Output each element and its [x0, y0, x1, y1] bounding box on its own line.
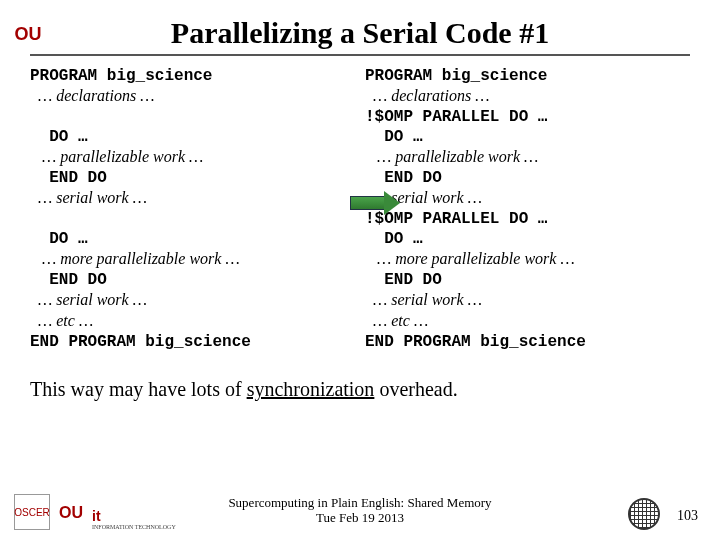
footer-line1: Supercomputing in Plain English: Shared …	[228, 495, 491, 511]
ou-logo-icon: OU	[14, 20, 42, 48]
ou-logo-icon: OU	[54, 496, 88, 530]
code-line: !$OMP PARALLEL DO …	[365, 108, 547, 126]
it-logo-icon: it INFORMATION TECHNOLOGY	[92, 508, 176, 530]
code-line: … serial work …	[30, 189, 147, 206]
it-logo-text: it	[92, 508, 101, 524]
code-columns: PROGRAM big_science … declarations … DO …	[30, 66, 690, 352]
slide-title: Parallelizing a Serial Code #1	[30, 16, 690, 50]
code-line: PROGRAM big_science	[30, 67, 212, 85]
code-line: DO …	[365, 230, 423, 248]
code-line: … more parallelizable work …	[30, 250, 240, 267]
code-line: END DO	[30, 271, 107, 289]
page-number: 103	[677, 508, 698, 524]
code-line: END PROGRAM big_science	[365, 333, 586, 351]
code-line: PROGRAM big_science	[365, 67, 547, 85]
code-line: … serial work …	[30, 291, 147, 308]
code-line: … parallelizable work …	[365, 148, 538, 165]
note-post: overhead.	[374, 378, 457, 400]
right-code-block: PROGRAM big_science … declarations … !$O…	[365, 66, 690, 352]
note-pre: This way may have lots of	[30, 378, 247, 400]
globe-logo-icon	[628, 498, 658, 528]
code-line: … declarations …	[365, 87, 489, 104]
footer-line2: Tue Feb 19 2013	[228, 510, 491, 526]
code-line: DO …	[365, 128, 423, 146]
code-line: END DO	[365, 169, 442, 187]
slide: OU Parallelizing a Serial Code #1 PROGRA…	[0, 0, 720, 540]
code-line: … etc …	[30, 312, 93, 329]
code-line: DO …	[30, 230, 88, 248]
code-line: DO …	[30, 128, 88, 146]
code-line: … serial work …	[365, 291, 482, 308]
note-sync: synchronization	[247, 378, 375, 400]
oscer-logo-icon: OSCER	[14, 494, 50, 530]
it-logo-subtext: INFORMATION TECHNOLOGY	[92, 524, 176, 530]
note-text: This way may have lots of synchronizatio…	[30, 378, 690, 401]
code-line: … parallelizable work …	[30, 148, 203, 165]
code-line: END DO	[30, 169, 107, 187]
code-line: … declarations …	[30, 87, 154, 104]
arrow-icon	[350, 191, 400, 213]
code-line: END DO	[365, 271, 442, 289]
footer-text: Supercomputing in Plain English: Shared …	[228, 495, 491, 526]
code-line: … more parallelizable work …	[365, 250, 575, 267]
footer-logos-left: OSCER OU it INFORMATION TECHNOLOGY	[14, 494, 176, 530]
title-divider	[30, 54, 690, 56]
left-code-block: PROGRAM big_science … declarations … DO …	[30, 66, 355, 352]
code-line: END PROGRAM big_science	[30, 333, 251, 351]
code-line: … etc …	[365, 312, 428, 329]
